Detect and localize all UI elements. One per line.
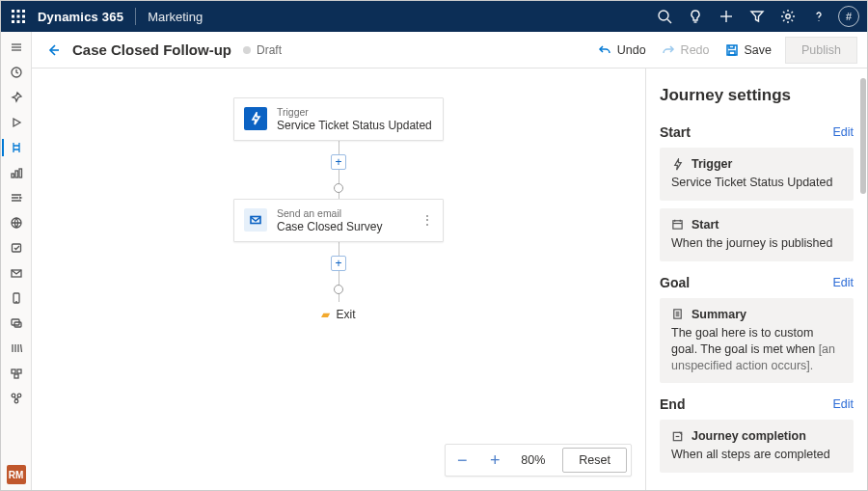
email-node[interactable]: Send an email Case Closed Survey ⋮ — [233, 199, 444, 242]
brand-label: Dynamics 365 — [38, 10, 123, 24]
status-label: Draft — [257, 43, 282, 57]
rail-mobile-icon[interactable] — [2, 286, 31, 310]
rail-mail-icon[interactable] — [2, 261, 31, 285]
svg-rect-42 — [729, 51, 735, 55]
redo-button[interactable]: Redo — [654, 37, 718, 64]
zoom-control: − + 80% Reset — [445, 444, 632, 477]
svg-rect-5 — [22, 15, 25, 18]
exit-label: Exit — [336, 308, 355, 321]
goal-summary-card: Summary The goal here is to custom goal.… — [660, 298, 854, 384]
trigger-node[interactable]: Trigger Service Ticket Status Updated — [233, 97, 444, 141]
divider — [135, 8, 136, 25]
edit-end-link[interactable]: Edit — [832, 397, 854, 411]
help-icon[interactable] — [803, 1, 834, 32]
start-trigger-card: Trigger Service Ticket Status Updated — [660, 148, 854, 201]
rail-recent-icon[interactable] — [2, 61, 31, 84]
svg-rect-35 — [17, 369, 21, 373]
svg-rect-44 — [673, 221, 682, 229]
rail-analytics-icon[interactable] — [2, 161, 31, 184]
svg-rect-22 — [19, 169, 22, 177]
svg-rect-20 — [12, 174, 14, 177]
undo-button[interactable]: Undo — [590, 37, 654, 64]
exit-node[interactable]: ▰ Exit — [321, 308, 355, 321]
page-title: Case Closed Follow-up — [72, 41, 231, 58]
flag-icon: ▰ — [321, 308, 330, 321]
svg-rect-7 — [17, 20, 20, 23]
zoom-out-button[interactable]: − — [446, 444, 478, 477]
add-icon[interactable] — [711, 1, 742, 32]
svg-point-9 — [659, 11, 668, 20]
rail-messages-icon[interactable] — [2, 312, 31, 335]
publish-button[interactable]: Publish — [785, 37, 857, 64]
svg-point-39 — [14, 399, 18, 403]
section-title-goal: Goal — [660, 275, 690, 290]
journey-canvas[interactable]: Trigger Service Ticket Status Updated + — [32, 68, 645, 490]
rail-pin-icon[interactable] — [2, 86, 31, 109]
svg-rect-24 — [12, 244, 20, 252]
rail-segments-icon[interactable] — [2, 362, 31, 385]
command-bar: Case Closed Follow-up Draft Undo Redo Sa… — [32, 32, 867, 68]
edit-start-link[interactable]: Edit — [832, 125, 854, 139]
panel-heading: Journey settings — [660, 86, 854, 105]
svg-rect-21 — [15, 171, 18, 177]
zoom-percent: 80% — [511, 453, 555, 467]
rail-library-icon[interactable] — [2, 337, 31, 360]
lightbulb-icon[interactable] — [680, 1, 711, 32]
svg-line-33 — [20, 344, 21, 352]
add-step-button[interactable]: + — [331, 256, 346, 271]
node-label: Trigger — [277, 106, 432, 119]
section-title-end: End — [660, 396, 685, 412]
svg-rect-0 — [12, 10, 14, 13]
search-icon[interactable] — [649, 1, 680, 32]
svg-point-14 — [786, 14, 790, 18]
save-button[interactable]: Save — [718, 37, 780, 64]
avatar[interactable]: # — [838, 6, 859, 27]
node-menu-icon[interactable]: ⋮ — [420, 218, 435, 222]
left-nav-rail: RM — [1, 32, 32, 490]
svg-rect-3 — [12, 15, 14, 18]
filter-icon[interactable] — [742, 1, 773, 32]
rail-task-icon[interactable] — [2, 236, 31, 259]
user-badge[interactable]: RM — [7, 465, 26, 484]
module-label[interactable]: Marketing — [148, 10, 203, 24]
start-when-card: Start When the journey is published — [660, 208, 854, 261]
svg-rect-6 — [12, 20, 14, 23]
mail-icon — [244, 208, 267, 232]
svg-line-10 — [667, 19, 671, 23]
zoom-in-button[interactable]: + — [478, 444, 511, 477]
rail-connections-icon[interactable] — [2, 387, 31, 410]
svg-rect-1 — [17, 10, 20, 13]
rail-flow-icon[interactable] — [2, 186, 31, 209]
add-step-button[interactable]: + — [331, 154, 346, 170]
node-label: Send an email — [277, 207, 382, 220]
app-launcher-icon[interactable] — [9, 7, 28, 26]
back-button[interactable] — [41, 39, 65, 62]
rail-menu-icon[interactable] — [2, 36, 31, 59]
svg-rect-8 — [22, 20, 25, 23]
zoom-reset-button[interactable]: Reset — [562, 448, 627, 473]
connector-dot — [334, 285, 343, 294]
node-value: Case Closed Survey — [277, 220, 382, 233]
svg-rect-2 — [22, 10, 25, 13]
status-indicator — [243, 46, 251, 54]
svg-rect-4 — [17, 15, 20, 18]
journey-settings-panel: Journey settings Start Edit Trigger Serv… — [645, 68, 867, 490]
rail-journeys-icon[interactable] — [2, 136, 31, 159]
svg-rect-36 — [14, 374, 18, 378]
edit-goal-link[interactable]: Edit — [832, 276, 854, 289]
rail-globe-icon[interactable] — [2, 211, 31, 234]
svg-point-15 — [818, 20, 819, 21]
scrollbar-thumb[interactable] — [860, 78, 866, 194]
connector-dot — [334, 183, 343, 193]
lightning-icon — [244, 107, 267, 130]
section-title-start: Start — [660, 124, 691, 140]
rail-play-icon[interactable] — [2, 111, 31, 134]
svg-rect-34 — [12, 369, 15, 373]
node-value: Service Ticket Status Updated — [277, 119, 432, 132]
end-completion-card: Journey completion When all steps are co… — [660, 420, 854, 473]
settings-icon[interactable] — [773, 1, 803, 32]
